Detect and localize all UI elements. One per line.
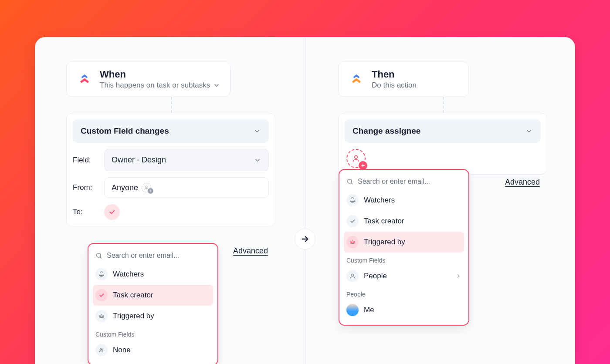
dropdown-search[interactable]: Search or enter email... bbox=[339, 174, 468, 190]
chevron-down-icon bbox=[253, 127, 261, 135]
dropdown-section-custom-fields: Custom Fields bbox=[339, 253, 468, 266]
when-header: When This happens on task or subtasks bbox=[66, 61, 230, 97]
to-selected-chip[interactable] bbox=[104, 204, 120, 220]
then-header: Then Do this action bbox=[338, 61, 469, 97]
then-subtitle: Do this action bbox=[372, 81, 417, 90]
trigger-label: Custom Field changes bbox=[81, 126, 169, 136]
search-icon bbox=[95, 252, 102, 259]
from-label: From: bbox=[73, 183, 98, 192]
when-column: When This happens on task or subtasks Cu… bbox=[35, 37, 307, 364]
trigger-select[interactable]: Custom Field changes bbox=[73, 119, 269, 143]
flow-arrow-icon bbox=[295, 229, 315, 249]
svg-point-8 bbox=[348, 179, 352, 183]
when-config-card: Custom Field changes Field: Owner - Desi… bbox=[66, 113, 275, 226]
dropdown-item-task-creator[interactable]: Task creator bbox=[93, 285, 213, 306]
dropdown-item-triggered-by[interactable]: Triggered by bbox=[344, 232, 464, 253]
chevron-right-icon bbox=[455, 273, 461, 279]
then-config-card: Change assignee + Advanced Search or ent… bbox=[338, 113, 547, 175]
assignee-add-icon[interactable]: + bbox=[346, 149, 366, 168]
dropdown-item-people[interactable]: People bbox=[339, 266, 468, 286]
dropdown-section-people: People bbox=[339, 286, 468, 300]
bot-icon bbox=[95, 310, 108, 322]
svg-point-4 bbox=[102, 316, 102, 317]
advanced-link[interactable]: Advanced bbox=[233, 246, 268, 256]
then-column: Then Do this action Change assignee + Ad… bbox=[307, 37, 575, 364]
svg-point-6 bbox=[102, 349, 103, 351]
action-label: Change assignee bbox=[352, 126, 420, 136]
when-subtitle[interactable]: This happens on task or subtasks bbox=[100, 81, 220, 90]
bot-icon bbox=[346, 236, 359, 248]
check-icon bbox=[346, 215, 359, 227]
chevron-down-icon bbox=[254, 156, 261, 164]
svg-point-11 bbox=[353, 242, 353, 243]
check-icon bbox=[95, 289, 108, 301]
automation-panel: When This happens on task or subtasks Cu… bbox=[35, 37, 575, 364]
bell-icon bbox=[95, 268, 108, 280]
dropdown-item-watchers[interactable]: Watchers bbox=[339, 190, 468, 211]
svg-point-10 bbox=[352, 242, 352, 243]
advanced-link[interactable]: Advanced bbox=[505, 178, 540, 187]
action-select[interactable]: Change assignee bbox=[345, 119, 541, 143]
to-label: To: bbox=[73, 204, 98, 216]
add-person-icon: + bbox=[142, 183, 151, 192]
svg-point-12 bbox=[352, 274, 354, 276]
svg-point-3 bbox=[101, 316, 101, 317]
svg-point-7 bbox=[355, 155, 358, 158]
dropdown-item-none[interactable]: None bbox=[88, 340, 217, 361]
when-title: When bbox=[100, 69, 220, 80]
to-dropdown: Search or enter email... Watchers Task c… bbox=[88, 243, 218, 364]
connector-line bbox=[171, 97, 172, 113]
dropdown-item-triggered-by[interactable]: Triggered by bbox=[88, 306, 217, 327]
svg-point-1 bbox=[97, 253, 101, 257]
avatar bbox=[346, 304, 359, 316]
svg-point-5 bbox=[100, 349, 102, 351]
search-icon bbox=[346, 178, 353, 185]
assignee-dropdown: Search or enter email... Watchers Task c… bbox=[339, 169, 469, 326]
bell-icon bbox=[346, 194, 359, 206]
chevron-down-icon bbox=[525, 127, 533, 135]
chevron-down-icon bbox=[213, 81, 220, 89]
dropdown-item-me[interactable]: Me bbox=[339, 300, 468, 320]
svg-point-0 bbox=[146, 186, 147, 188]
connector-line bbox=[443, 97, 444, 113]
field-label: Field: bbox=[73, 156, 98, 165]
dropdown-item-watchers[interactable]: Watchers bbox=[88, 264, 217, 285]
dropdown-item-task-creator[interactable]: Task creator bbox=[339, 211, 468, 232]
people-icon bbox=[95, 344, 108, 356]
person-icon bbox=[346, 270, 359, 282]
clickup-logo-icon bbox=[348, 71, 365, 88]
clickup-logo-icon bbox=[76, 71, 93, 88]
from-value[interactable]: Anyone + bbox=[104, 177, 269, 198]
field-select[interactable]: Owner - Design bbox=[104, 149, 269, 171]
dropdown-section-custom-fields: Custom Fields bbox=[88, 327, 217, 340]
dropdown-search[interactable]: Search or enter email... bbox=[88, 248, 217, 264]
then-title: Then bbox=[372, 69, 417, 80]
